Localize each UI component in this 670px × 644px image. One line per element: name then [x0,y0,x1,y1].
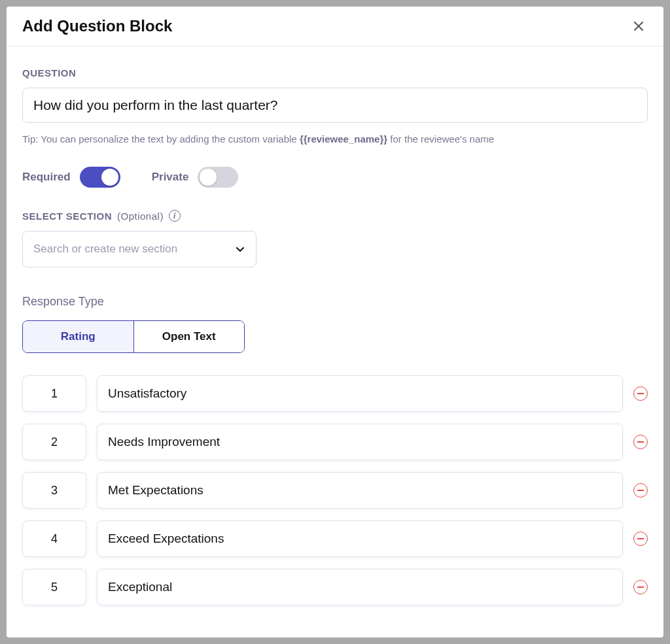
rating-label-input[interactable]: Unsatisfactory [97,375,623,412]
rating-number[interactable]: 5 [22,569,86,605]
minus-icon [637,441,644,443]
minus-icon [637,538,644,539]
minus-icon [637,393,644,394]
tab-rating[interactable]: Rating [23,321,133,352]
add-question-modal: Add Question Block QUESTION Tip: You can… [7,7,663,637]
modal-title: Add Question Block [22,17,172,35]
minus-icon [637,490,644,491]
remove-rating-button[interactable] [633,386,648,401]
tip-prefix: Tip: You can personalize the text by add… [22,133,300,144]
section-select[interactable]: Search or create new section [22,231,256,267]
tip-variable: {{reviewee_name}} [300,133,387,144]
remove-rating-button[interactable] [633,483,648,498]
close-icon [632,20,645,33]
rating-label-input[interactable]: Exceed Expectations [97,520,623,557]
select-section-optional: (Optional) [117,211,164,222]
remove-rating-button[interactable] [633,435,648,449]
rating-row: 1 Unsatisfactory [22,375,648,412]
question-tip: Tip: You can personalize the text by add… [22,133,648,144]
toggle-knob [101,169,118,186]
section-select-placeholder: Search or create new section [33,243,177,256]
rating-label-input[interactable]: Met Expectations [97,472,623,509]
private-toggle-group: Private [152,167,239,188]
private-toggle[interactable] [198,167,238,188]
tip-suffix: for the reviewee's name [387,133,494,144]
close-button[interactable] [629,17,648,35]
required-label: Required [22,171,71,184]
modal-header: Add Question Block [7,7,663,46]
response-type-label: Response Type [22,295,648,309]
response-type-tabs: Rating Open Text [22,320,245,353]
chevron-down-icon [235,244,245,254]
tab-open-text[interactable]: Open Text [133,321,245,352]
select-section-label: SELECT SECTION (Optional) i [22,210,648,222]
rating-label-input[interactable]: Needs Improvement [97,424,623,460]
rating-row: 3 Met Expectations [22,472,648,509]
remove-rating-button[interactable] [633,580,648,594]
toggles-row: Required Private [22,167,648,188]
rating-list: 1 Unsatisfactory 2 Needs Improvement 3 M… [22,375,648,605]
rating-row: 4 Exceed Expectations [22,520,648,557]
minus-icon [637,586,644,588]
select-section-text: SELECT SECTION [22,211,112,222]
question-label: QUESTION [22,67,648,78]
private-label: Private [152,171,189,184]
info-icon[interactable]: i [169,210,181,222]
rating-number[interactable]: 3 [22,472,86,509]
rating-number[interactable]: 2 [22,424,86,460]
required-toggle-group: Required [22,167,120,188]
rating-row: 5 Exceptional [22,569,648,605]
rating-row: 2 Needs Improvement [22,424,648,460]
modal-body: QUESTION Tip: You can personalize the te… [7,46,663,637]
toggle-knob [200,169,217,186]
question-input[interactable] [22,88,648,123]
rating-label-input[interactable]: Exceptional [97,569,623,605]
remove-rating-button[interactable] [633,532,648,546]
rating-number[interactable]: 4 [22,520,86,557]
rating-number[interactable]: 1 [22,375,86,412]
required-toggle[interactable] [80,167,120,188]
